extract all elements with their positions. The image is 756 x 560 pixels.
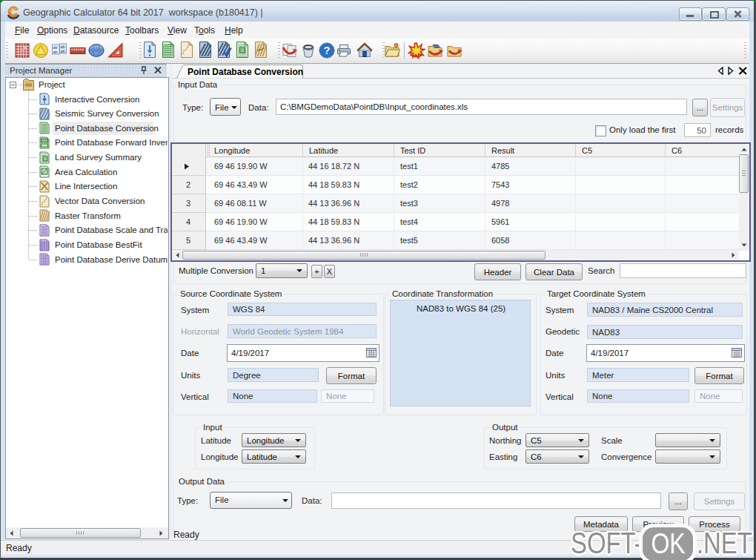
svg-text:?: ? <box>324 45 331 56</box>
